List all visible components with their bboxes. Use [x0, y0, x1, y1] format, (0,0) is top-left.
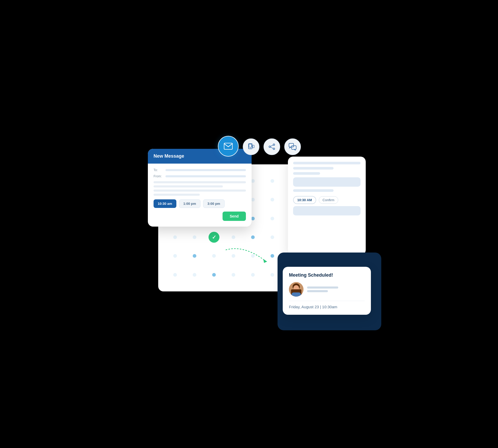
- message-body: To: From: 10:30 am 1:00 pm 3:00 pm Send: [148, 164, 252, 227]
- time-option-1030am[interactable]: 10:30 am: [154, 199, 176, 208]
- meeting-title: Meeting Scheduled!: [289, 272, 365, 278]
- to-label: To:: [154, 168, 163, 172]
- dot: [212, 254, 216, 258]
- person-detail-line: [307, 290, 328, 292]
- checkmark-icon: ✓: [212, 234, 216, 240]
- person-name-line: [307, 286, 338, 289]
- to-field-row: To:: [154, 168, 246, 172]
- device-icon-circle[interactable]: [243, 138, 259, 155]
- body-line: [154, 185, 223, 187]
- from-label: From:: [154, 174, 163, 178]
- svg-line-11: [271, 147, 273, 149]
- dot: [251, 235, 255, 239]
- dot: [173, 254, 177, 258]
- svg-point-8: [269, 146, 271, 148]
- dot: [212, 273, 216, 277]
- dot: [173, 273, 177, 277]
- svg-rect-18: [292, 292, 301, 297]
- person-info-lines: [307, 286, 338, 292]
- dot: [232, 273, 235, 277]
- body-line: [154, 181, 246, 183]
- appt-placeholder-line: [293, 189, 334, 192]
- time-options: 10:30 am 1:00 pm 3:00 pm: [154, 199, 246, 208]
- dot: [271, 198, 274, 201]
- appt-time-badge: 10:30 AM: [293, 196, 316, 204]
- svg-point-7: [273, 144, 275, 145]
- dot: [232, 235, 235, 239]
- scene: ✓: [132, 133, 366, 315]
- share-icon-circle[interactable]: [264, 138, 280, 155]
- appt-time-row: 10:30 AM Confirm: [293, 196, 361, 204]
- svg-point-4: [250, 148, 251, 148]
- dot: [271, 217, 274, 220]
- send-button[interactable]: Send: [223, 212, 246, 221]
- dot: [271, 235, 274, 239]
- svg-rect-5: [253, 145, 254, 148]
- svg-line-10: [271, 145, 273, 146]
- appt-placeholder-line: [293, 172, 320, 175]
- to-field-line: [165, 169, 246, 171]
- appt-placeholder-block: [293, 206, 361, 215]
- svg-rect-13: [292, 146, 296, 149]
- dot: [271, 179, 274, 183]
- time-option-300pm[interactable]: 3:00 pm: [203, 199, 225, 208]
- appt-placeholder-line: [293, 162, 361, 164]
- dot: [251, 273, 255, 277]
- from-field-row: From:: [154, 174, 246, 178]
- svg-marker-0: [263, 259, 267, 263]
- dashed-arrow: [223, 245, 280, 265]
- dot: [193, 273, 196, 277]
- meeting-datetime: Friday, August 23 | 10:30am: [289, 301, 365, 309]
- chat-icon-circle[interactable]: [284, 138, 301, 155]
- appointment-card: 10:30 AM Confirm: [288, 157, 366, 255]
- meeting-person: [289, 282, 365, 297]
- check-dot: ✓: [209, 232, 219, 243]
- body-lines: [154, 181, 246, 196]
- email-icon-circle[interactable]: [218, 136, 239, 157]
- send-row: Send: [154, 212, 246, 221]
- confirm-button[interactable]: Confirm: [319, 196, 338, 204]
- body-line: [154, 190, 246, 192]
- dot: [271, 273, 274, 277]
- appt-placeholder-block: [293, 177, 361, 187]
- body-line: [154, 194, 200, 196]
- dot: [193, 235, 196, 239]
- new-message-card: New Message To: From: 10:30 am 1:00 pm 3…: [148, 149, 252, 227]
- svg-rect-12: [289, 143, 294, 147]
- svg-rect-3: [249, 144, 252, 147]
- meeting-scheduled-card: Meeting Scheduled!: [283, 267, 371, 315]
- svg-point-9: [273, 148, 275, 150]
- message-title: New Message: [154, 153, 184, 159]
- svg-rect-1: [224, 143, 232, 149]
- from-field-line: [165, 175, 246, 177]
- icon-circles: [218, 133, 301, 157]
- avatar: [289, 282, 303, 297]
- dot: [193, 254, 196, 258]
- appt-placeholder-line: [293, 167, 334, 170]
- dot: [173, 235, 177, 239]
- time-option-100pm[interactable]: 1:00 pm: [179, 199, 200, 208]
